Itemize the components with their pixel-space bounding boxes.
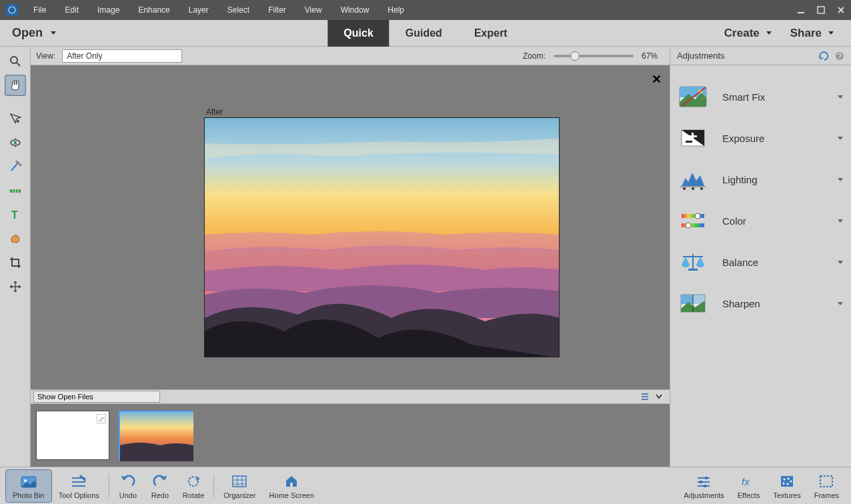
tab-quick[interactable]: Quick — [327, 20, 389, 47]
home-icon — [283, 473, 300, 490]
bin-thumb-blank[interactable] — [36, 411, 109, 460]
close-document-button[interactable]: ✕ — [652, 72, 662, 87]
svg-rect-58 — [704, 485, 706, 487]
type-tool[interactable]: T — [5, 204, 26, 225]
chevron-down-icon — [838, 219, 843, 223]
menu-enhance[interactable]: Enhance — [129, 0, 179, 20]
menu-window[interactable]: Window — [331, 0, 379, 20]
menu-select[interactable]: Select — [218, 0, 259, 20]
redeye-tool[interactable] — [5, 132, 26, 153]
whiten-teeth-tool[interactable] — [5, 156, 26, 177]
tooloptions-icon — [70, 473, 87, 490]
adjustments-header: Adjustments ? — [670, 47, 851, 65]
photobin-icon — [20, 473, 37, 490]
spot-heal-tool[interactable] — [5, 228, 26, 249]
homescreen-button[interactable]: Home Screen — [263, 470, 321, 502]
view-label: View: — [36, 51, 55, 61]
color-icon — [678, 209, 708, 233]
bin-thumb-photo[interactable] — [119, 411, 192, 460]
button-label: Textures — [773, 491, 801, 499]
tab-expert[interactable]: Expert — [458, 20, 524, 47]
adjustments-panel: Adjustments ? Smart Fix Exposure Lightin… — [670, 47, 851, 467]
adjust-smartfix[interactable]: Smart Fix — [678, 76, 843, 117]
svg-rect-25 — [692, 133, 694, 140]
slider-thumb[interactable] — [570, 51, 580, 61]
chevron-down-icon — [838, 261, 843, 264]
photo[interactable] — [204, 117, 560, 357]
bin-menu-icon[interactable] — [640, 392, 650, 401]
effects-icon: fx — [740, 473, 757, 490]
close-button[interactable] — [831, 3, 851, 17]
svg-point-47 — [189, 477, 198, 486]
bottom-bar: Photo Bin Tool Options Undo Redo Rotate … — [0, 467, 851, 504]
maximize-button[interactable] — [811, 3, 831, 17]
dropdown-icon — [828, 31, 834, 35]
tooloptions-button[interactable]: Tool Options — [52, 470, 106, 502]
frames-icon — [818, 473, 835, 490]
tab-guided[interactable]: Guided — [389, 20, 458, 47]
zoom-slider[interactable] — [554, 55, 634, 57]
chevron-down-icon — [838, 95, 843, 99]
redo-button[interactable]: Redo — [144, 470, 176, 502]
adjustments-button[interactable]: Adjustments — [677, 470, 731, 502]
menu-edit[interactable]: Edit — [55, 0, 88, 20]
menu-layer[interactable]: Layer — [179, 0, 218, 20]
minimize-button[interactable] — [791, 3, 811, 17]
adjust-label: Color — [722, 215, 823, 227]
menu-image[interactable]: Image — [88, 0, 129, 20]
svg-point-29 — [692, 187, 694, 190]
menu-help[interactable]: Help — [378, 0, 413, 20]
share-button[interactable]: Share — [781, 27, 843, 40]
adjust-lighting[interactable]: Lighting — [678, 159, 843, 200]
mode-tabs: Quick Guided Expert — [327, 20, 523, 47]
smartfix-icon — [678, 85, 708, 109]
after-label: After — [206, 107, 223, 117]
chevron-down-icon — [838, 178, 843, 181]
svg-rect-26 — [686, 141, 692, 143]
svg-point-65 — [786, 483, 788, 485]
undo-icon — [119, 473, 137, 490]
canvas[interactable]: ✕ After — [31, 65, 670, 389]
bin-bar: Show Open Files — [31, 389, 670, 404]
hand-tool[interactable] — [5, 75, 26, 96]
svg-rect-37 — [688, 269, 698, 271]
create-button[interactable]: Create — [715, 27, 781, 40]
button-label: Frames — [814, 491, 839, 499]
bin-select[interactable]: Show Open Files — [33, 391, 160, 403]
move-tool[interactable] — [5, 276, 26, 297]
adjust-balance[interactable]: Balance — [678, 241, 843, 283]
organizer-button[interactable]: Organizer — [217, 470, 262, 502]
sliders-icon — [695, 473, 712, 490]
view-select-value: After Only — [67, 51, 102, 61]
frames-button[interactable]: Frames — [808, 470, 846, 502]
effects-button[interactable]: fx Effects — [731, 470, 766, 502]
photobin-button[interactable]: Photo Bin — [5, 469, 52, 503]
quick-select-tool[interactable] — [5, 108, 26, 129]
sharpen-icon — [678, 291, 708, 315]
help-icon[interactable]: ? — [835, 51, 844, 61]
svg-point-64 — [782, 482, 784, 484]
bin-collapse-icon[interactable] — [655, 392, 663, 401]
button-label: Photo Bin — [13, 491, 45, 499]
organizer-icon — [231, 473, 248, 490]
menu-file[interactable]: File — [24, 0, 55, 20]
svg-rect-33 — [682, 223, 704, 227]
menu-view[interactable]: View — [295, 0, 331, 20]
zoom-tool[interactable] — [5, 51, 26, 72]
undo-button[interactable]: Undo — [112, 470, 144, 502]
rotate-button[interactable]: Rotate — [176, 470, 211, 502]
menu-filter[interactable]: Filter — [259, 0, 295, 20]
view-select[interactable]: After Only — [62, 49, 182, 63]
open-button[interactable]: Open — [0, 26, 68, 40]
button-label: Redo — [151, 491, 169, 499]
straighten-tool[interactable] — [5, 180, 26, 201]
adjust-sharpen[interactable]: Sharpen — [678, 283, 843, 324]
reset-icon[interactable] — [819, 51, 830, 61]
textures-button[interactable]: Textures — [766, 470, 808, 502]
svg-rect-0 — [6, 4, 18, 16]
share-label: Share — [790, 27, 822, 40]
adjust-color[interactable]: Color — [678, 200, 843, 241]
svg-rect-57 — [700, 481, 702, 483]
adjust-exposure[interactable]: Exposure — [678, 117, 843, 159]
crop-tool[interactable] — [5, 252, 26, 273]
